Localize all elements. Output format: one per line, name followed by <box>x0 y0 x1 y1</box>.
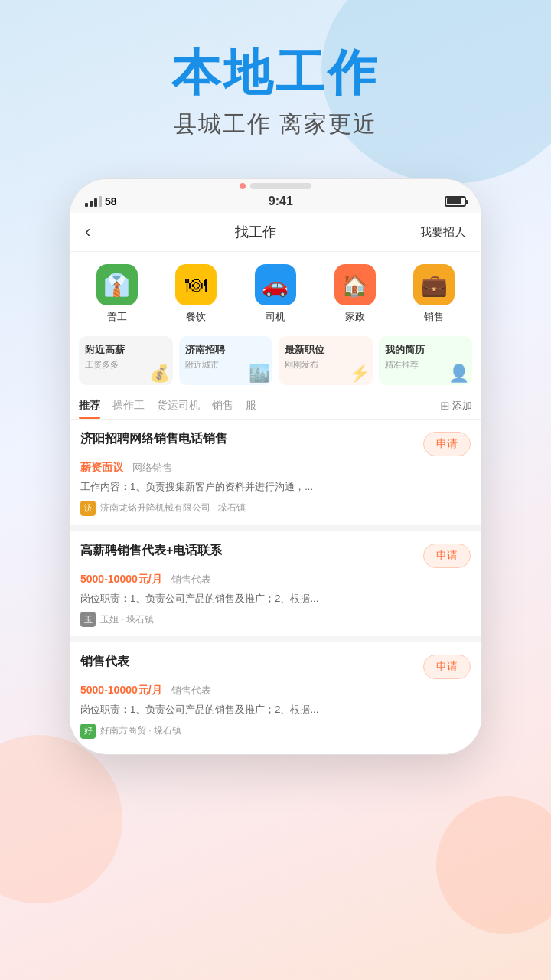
nav-bar: ‹ 找工作 我要招人 <box>70 213 481 252</box>
quick-link-jinan-recruit[interactable]: 济南招聘 附近城市 🏙️ <box>179 336 273 385</box>
job-card-job-3[interactable]: 销售代表 申请 5000-10000元/月 销售代表 岗位职责：1、负责公司产品… <box>70 642 481 748</box>
job-type-job-3: 销售代表 <box>171 684 211 696</box>
quick-link-title-nearby-high-pay: 附近高薪 <box>85 344 167 357</box>
signal-bar-4 <box>99 196 102 207</box>
signal-bars <box>85 196 102 207</box>
job-desc-job-1: 工作内容：1、负责搜集新客户的资料并进行沟通，... <box>80 479 471 495</box>
signal-bar-2 <box>90 201 93 207</box>
category-item-driver[interactable]: 🚗 司机 <box>255 264 296 324</box>
job-title-job-2: 高薪聘销售代表+电话联系 <box>80 542 416 559</box>
tab-operator[interactable]: 操作工 <box>112 399 145 419</box>
phone-mockup: 58 9:41 ‹ 找工作 我要招人 👔 普工 🍽 餐饮 🚗 司机 🏠 家政 <box>69 178 482 755</box>
job-card-job-2[interactable]: 高薪聘销售代表+电话联系 申请 5000-10000元/月 销售代表 岗位职责：… <box>70 531 481 637</box>
job-card-top: 高薪聘销售代表+电话联系 申请 <box>80 542 471 568</box>
job-list: 济阳招聘网络销售电话销售 申请 薪资面议 网络销售 工作内容：1、负责搜集新客户… <box>70 420 481 748</box>
job-desc-job-2: 岗位职责：1、负责公司产品的销售及推广；2、根据... <box>80 591 471 606</box>
quick-link-thumb-my-resume: 👤 <box>448 364 469 384</box>
job-type-job-2: 销售代表 <box>171 573 211 585</box>
signal-strength: 58 <box>105 195 117 207</box>
quick-link-thumb-latest-jobs: ⚡ <box>349 364 370 384</box>
tab-freight-driver[interactable]: 货运司机 <box>157 399 200 419</box>
status-right <box>445 196 466 207</box>
category-label-housekeeping: 家政 <box>345 310 365 324</box>
job-company-job-3: 好 好南方商贸 · 垛石镇 <box>80 724 471 739</box>
bg-blob-bottom-left <box>0 735 122 903</box>
category-icon-housekeeping: 🏠 <box>334 264 376 305</box>
category-item-housekeeping[interactable]: 🏠 家政 <box>334 264 376 324</box>
category-label-general-worker: 普工 <box>107 310 127 324</box>
bg-blob-bottom-right <box>436 796 551 934</box>
status-bar: 58 9:41 <box>70 190 481 213</box>
app-header: 本地工作 县城工作 离家更近 <box>0 0 551 163</box>
nav-title: 找工作 <box>235 223 276 241</box>
job-card-top: 销售代表 申请 <box>80 653 471 679</box>
company-name-job-2: 玉姐 · 垛石镇 <box>100 613 154 626</box>
status-left: 58 <box>85 195 117 207</box>
plus-icon: ⊞ <box>440 399 450 413</box>
status-time: 9:41 <box>269 194 293 208</box>
app-title: 本地工作 <box>0 46 551 100</box>
quick-link-nearby-high-pay[interactable]: 附近高薪 工资多多 💰 <box>79 336 173 385</box>
quick-links: 附近高薪 工资多多 💰 济南招聘 附近城市 🏙️ 最新职位 刚刚发布 ⚡ 我的简… <box>70 330 481 391</box>
company-logo-job-2: 玉 <box>80 612 96 627</box>
battery-icon <box>445 196 466 207</box>
job-desc-job-3: 岗位职责：1、负责公司产品的销售及推广；2、根据... <box>80 702 471 717</box>
category-label-food-service: 餐饮 <box>186 310 206 324</box>
quick-link-title-jinan-recruit: 济南招聘 <box>185 344 267 357</box>
tabs-section: 推荐操作工货运司机销售服⊞添加 <box>70 391 481 420</box>
apply-button-job-1[interactable]: 申请 <box>423 432 471 456</box>
apply-button-job-2[interactable]: 申请 <box>423 544 471 568</box>
phone-dot <box>240 183 246 189</box>
quick-link-thumb-jinan-recruit: 🏙️ <box>249 364 269 384</box>
tab-sales-tab[interactable]: 销售 <box>212 399 233 419</box>
job-title-job-3: 销售代表 <box>80 653 416 670</box>
phone-pill <box>250 183 311 189</box>
quick-link-latest-jobs[interactable]: 最新职位 刚刚发布 ⚡ <box>279 336 373 385</box>
quick-link-my-resume[interactable]: 我的简历 精准推荐 👤 <box>379 336 473 385</box>
category-icon-driver: 🚗 <box>255 264 296 305</box>
tab-add-button[interactable]: ⊞添加 <box>440 399 472 419</box>
company-name-job-3: 好南方商贸 · 垛石镇 <box>100 724 181 737</box>
category-item-food-service[interactable]: 🍽 餐饮 <box>175 264 217 324</box>
apply-button-job-3[interactable]: 申请 <box>423 655 471 679</box>
tab-more[interactable]: 服 <box>246 399 256 419</box>
quick-link-title-latest-jobs: 最新职位 <box>285 344 367 357</box>
tab-add-label: 添加 <box>452 399 472 413</box>
category-item-general-worker[interactable]: 👔 普工 <box>96 264 138 324</box>
tab-recommend[interactable]: 推荐 <box>79 399 100 419</box>
quick-link-thumb-nearby-high-pay: 💰 <box>149 364 170 384</box>
job-card-job-1[interactable]: 济阳招聘网络销售电话销售 申请 薪资面议 网络销售 工作内容：1、负责搜集新客户… <box>70 420 481 525</box>
category-item-sales[interactable]: 💼 销售 <box>413 264 455 324</box>
signal-bar-3 <box>94 198 97 207</box>
category-icon-general-worker: 👔 <box>96 264 138 305</box>
job-salary-job-1: 薪资面议 <box>80 461 123 473</box>
back-button[interactable]: ‹ <box>85 222 90 242</box>
job-card-top: 济阳招聘网络销售电话销售 申请 <box>80 430 471 456</box>
phone-top-bar <box>70 179 481 190</box>
job-company-job-1: 济 济南龙铭升降机械有限公司 · 垛石镇 <box>80 501 471 516</box>
app-subtitle: 县城工作 离家更近 <box>0 109 551 140</box>
battery-fill <box>447 198 461 204</box>
category-icon-food-service: 🍽 <box>175 264 217 305</box>
category-section: 👔 普工 🍽 餐饮 🚗 司机 🏠 家政 💼 销售 <box>70 252 481 330</box>
job-title-job-1: 济阳招聘网络销售电话销售 <box>80 430 416 447</box>
signal-bar-1 <box>85 203 88 207</box>
job-salary-job-3: 5000-10000元/月 <box>80 684 162 696</box>
company-logo-job-1: 济 <box>80 501 96 516</box>
category-label-driver: 司机 <box>266 310 285 324</box>
category-icon-sales: 💼 <box>413 264 455 305</box>
job-type-job-1: 网络销售 <box>132 462 172 473</box>
job-salary-job-2: 5000-10000元/月 <box>80 573 162 585</box>
phone-content: 👔 普工 🍽 餐饮 🚗 司机 🏠 家政 💼 销售 附近高薪 工资多多 💰 济南招… <box>70 252 481 748</box>
quick-link-title-my-resume: 我的简历 <box>385 344 467 357</box>
company-name-job-1: 济南龙铭升降机械有限公司 · 垛石镇 <box>100 501 246 514</box>
recruit-button[interactable]: 我要招人 <box>420 225 466 240</box>
job-company-job-2: 玉 玉姐 · 垛石镇 <box>80 612 471 627</box>
company-logo-job-3: 好 <box>80 724 96 739</box>
category-label-sales: 销售 <box>424 310 444 324</box>
